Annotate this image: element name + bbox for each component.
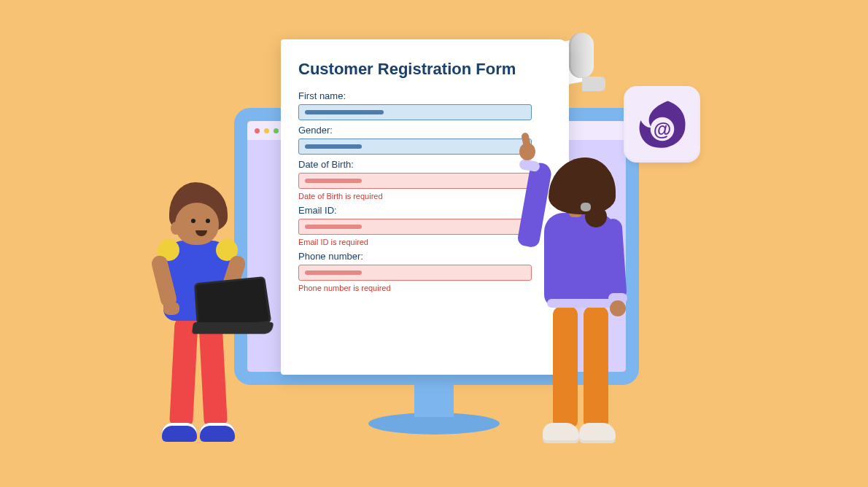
window-dot-green xyxy=(274,128,279,133)
form-title: Customer Registration Form xyxy=(298,60,549,79)
input-placeholder-bar xyxy=(305,270,362,275)
illustration-person-left xyxy=(140,182,286,459)
text-input-error[interactable] xyxy=(298,265,532,281)
text-input-error[interactable] xyxy=(298,173,532,189)
svg-text:@: @ xyxy=(653,118,671,139)
window-dot-yellow xyxy=(264,128,269,133)
monitor-neck xyxy=(414,383,454,417)
text-input[interactable] xyxy=(298,104,532,120)
field-label: First name: xyxy=(298,90,549,101)
input-placeholder-bar xyxy=(305,144,362,149)
text-input[interactable] xyxy=(298,139,532,155)
window-dot-red xyxy=(255,128,260,133)
logo-card: @ xyxy=(624,86,700,163)
illustration-person-right xyxy=(506,157,652,464)
input-placeholder-bar xyxy=(305,225,362,229)
text-input-error[interactable] xyxy=(298,219,532,235)
blazor-at-flame-icon: @ xyxy=(635,98,689,152)
input-placeholder-bar xyxy=(305,179,362,183)
laptop-icon xyxy=(195,290,277,337)
field-label: Gender: xyxy=(298,125,549,136)
input-placeholder-bar xyxy=(305,110,384,114)
